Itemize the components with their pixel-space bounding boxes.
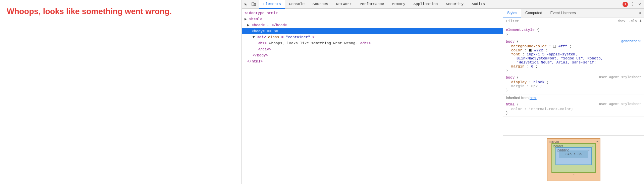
body-rule-header: body { generate:6	[506, 40, 641, 44]
head-tag: <head>	[252, 23, 265, 27]
styles-panel: Styles Computed Event Listeners » :hov .…	[503, 9, 644, 184]
styles-filter-row: :hov .cls +	[503, 17, 644, 25]
doctype-tag: <!doctype html>	[245, 11, 278, 15]
tab-security[interactable]: Security	[442, 0, 468, 9]
error-heading: Whoops, looks like something went wrong.	[7, 7, 235, 16]
padding-label: padding	[557, 148, 570, 152]
app-container: Whoops, looks like something went wrong.…	[0, 0, 644, 184]
margin-box: margin – border – padding – 8	[547, 138, 600, 181]
h1-content: Whoops, looks like something went wrong.	[269, 41, 358, 45]
filter-pseudo-buttons: :hov .cls	[616, 19, 638, 24]
padding-value: –	[588, 148, 590, 152]
devtools-panel: Elements Console Sources Network Perform…	[241, 0, 644, 184]
svg-rect-0	[252, 2, 254, 6]
more-options-icon[interactable]: ⋮	[629, 1, 635, 7]
inherited-html-link[interactable]: html	[530, 96, 537, 100]
devtools-toolbar: Elements Console Sources Network Perform…	[242, 0, 644, 9]
close-devtools-icon[interactable]: ✕	[637, 1, 643, 7]
hov-button[interactable]: :hov	[616, 19, 627, 24]
styles-more-tabs[interactable]: »	[636, 9, 644, 17]
element-style-open-brace: {	[537, 28, 539, 32]
dom-line: </body>	[242, 52, 503, 58]
tab-elements[interactable]: Elements	[259, 0, 285, 9]
body-ua-margin-prop: margin : 8px ;	[506, 84, 641, 88]
padding-bottom-val: –	[559, 158, 588, 162]
body-font-prop-cont1: BlinkMacSystemFont, "Segoe UI", Roboto,	[506, 56, 641, 60]
div-eq: =	[281, 35, 284, 39]
body-selector: body	[506, 40, 515, 44]
tab-event-listeners[interactable]: Event Listeners	[546, 9, 580, 17]
box-model-section: margin – border – padding – 8	[503, 135, 644, 184]
tab-audits[interactable]: Audits	[468, 0, 489, 9]
border-box: border – padding – 875 × 36 –	[551, 143, 596, 173]
div-class-val: "container"	[286, 35, 310, 39]
body-ua-source: user agent stylesheet	[599, 76, 641, 79]
devtools-body: <!doctype html> ▶ <html> ▶ <head> … </he…	[242, 9, 644, 184]
body-close-brace: }	[506, 68, 641, 73]
styles-filter-input[interactable]	[505, 18, 615, 24]
body-color-prop: color : #222 ;	[506, 48, 641, 52]
cls-button[interactable]: .cls	[628, 19, 638, 24]
svg-rect-1	[254, 3, 256, 6]
dom-line-body[interactable]: … <body> == $0	[242, 28, 503, 34]
body-open-tag: <body>	[252, 29, 265, 33]
dom-line: <h1> Whoops, looks like something went w…	[242, 40, 503, 46]
html-ua-header: html { user agent stylesheet	[506, 102, 641, 106]
bg-color-swatch	[553, 45, 556, 48]
device-icon[interactable]	[251, 1, 257, 7]
head-expand[interactable]: ▶	[247, 23, 250, 27]
body-ua-header: body { user agent stylesheet	[506, 76, 641, 80]
div-close-tag: </div>	[258, 47, 271, 51]
dom-line: </div>	[242, 46, 503, 52]
div-class-attr: class	[268, 35, 279, 39]
body-ua-rule: body { user agent stylesheet display : b…	[503, 74, 644, 94]
tab-sources[interactable]: Sources	[309, 0, 332, 9]
h1-close: </h1>	[360, 41, 371, 45]
tab-memory[interactable]: Memory	[388, 0, 410, 9]
body-ua-close: }	[506, 88, 641, 92]
head-close-tag: </head>	[272, 23, 287, 27]
add-style-rule-icon[interactable]: +	[639, 18, 642, 24]
tab-styles[interactable]: Styles	[503, 9, 521, 17]
page-content: Whoops, looks like something went wrong.	[0, 0, 241, 184]
ellipsis-marker: …	[247, 29, 250, 33]
h1-open: <h1>	[258, 41, 267, 45]
margin-bottom-val: –	[551, 173, 596, 177]
main-area: Whoops, looks like something went wrong.…	[0, 0, 644, 184]
body-ua-display-prop: display : block ;	[506, 80, 641, 84]
tab-application[interactable]: Application	[410, 0, 442, 9]
tab-console[interactable]: Console	[285, 0, 309, 9]
html-ua-color-prop: color : internal-root-color;	[506, 107, 641, 111]
body-dollar0: == $0	[267, 29, 278, 33]
toolbar-icons	[243, 1, 257, 7]
html-expand[interactable]: ▶	[245, 17, 247, 21]
styles-tabs: Styles Computed Event Listeners »	[503, 9, 644, 17]
body-source[interactable]: generate:6	[621, 40, 641, 43]
tab-network[interactable]: Network	[332, 0, 356, 9]
dom-line: ▶ <head> … </head>	[242, 22, 503, 28]
body-open-brace: {	[517, 40, 519, 44]
color-swatch	[529, 49, 532, 52]
head-ellipsis: …	[267, 23, 269, 27]
border-bottom-val: –	[555, 165, 592, 169]
html-tag: <html>	[249, 17, 262, 21]
body-rule: body { generate:6 background-color : #ff…	[503, 38, 644, 74]
styles-content: element.style { } body { generate:6	[503, 25, 644, 135]
tab-computed[interactable]: Computed	[521, 9, 546, 17]
body-font-prop-cont2: "Helvetica Neue", Arial, sans-serif;	[506, 60, 641, 64]
tab-performance[interactable]: Performance	[356, 0, 388, 9]
dom-line: </html>	[242, 58, 503, 64]
html-close-tag: </html>	[247, 59, 263, 63]
body-bg-prop: background-color : #fff ;	[506, 44, 641, 48]
inherited-from-html: Inherited from html	[503, 94, 644, 101]
dom-line: ▶ <html>	[242, 16, 503, 22]
div-open: <div	[257, 35, 268, 39]
error-badge: 1	[623, 2, 628, 7]
dom-panel[interactable]: <!doctype html> ▶ <html> ▶ <head> … </he…	[242, 9, 503, 184]
html-ua-rule: html { user agent stylesheet color : int…	[503, 101, 644, 117]
div-expand[interactable]: ▼	[253, 35, 255, 39]
element-style-close: }	[506, 33, 641, 37]
div-close-angle: >	[312, 35, 315, 39]
inspect-icon[interactable]	[243, 1, 249, 7]
margin-value: –	[596, 140, 598, 143]
